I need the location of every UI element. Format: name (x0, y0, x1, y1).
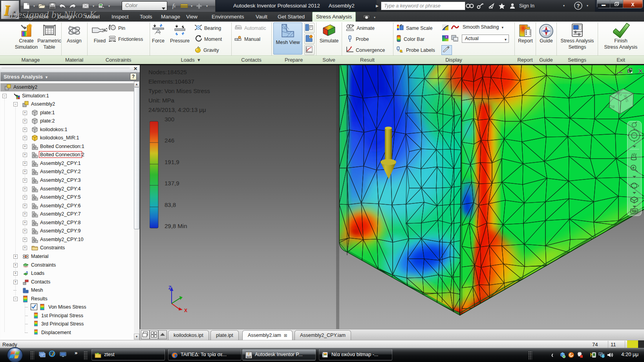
svg-text:Z: Z (168, 285, 171, 291)
svg-text:X: X (184, 308, 187, 313)
svg-text:PRO: PRO (247, 356, 251, 358)
svg-text:?: ? (577, 3, 580, 9)
